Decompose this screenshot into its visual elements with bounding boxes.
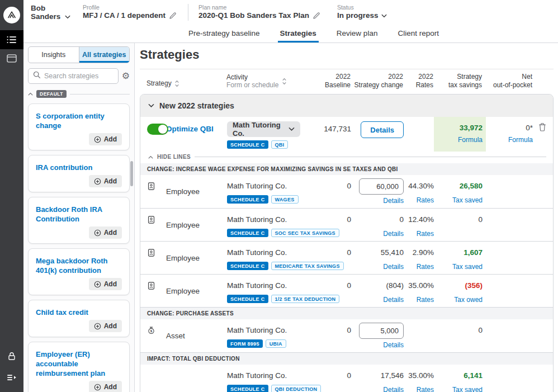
strategy-card-title[interactable]: Mega backdoor Roth 401(k) contribution xyxy=(36,256,122,275)
strategy-link[interactable]: Optimize QBI xyxy=(166,121,227,149)
schedule-badge: SCHEDULE C xyxy=(227,140,268,149)
employee-badge-icon xyxy=(147,182,155,191)
nav-strategies-list-icon[interactable] xyxy=(0,30,23,49)
tab-client-report[interactable]: Client report xyxy=(398,24,439,42)
group-header[interactable]: New 2022 strategies xyxy=(140,95,553,117)
chevron-down-icon xyxy=(289,127,295,131)
profile-value: MFJ / CA / 1 dependent xyxy=(83,11,165,20)
add-strategy-button[interactable]: Add xyxy=(89,278,122,290)
details-link[interactable]: Details xyxy=(351,341,404,350)
rates-link[interactable]: Rates xyxy=(404,229,434,238)
strategies-main: Strategies Strategy Activity Form or sch… xyxy=(135,43,558,392)
add-strategy-button[interactable]: Add xyxy=(89,226,122,239)
tax-savings-value: 6,141 xyxy=(434,368,483,384)
column-strategy: Strategy xyxy=(146,79,172,87)
sidebar-scrollbar[interactable] xyxy=(130,161,133,186)
activity-label xyxy=(166,368,227,392)
app-logo-icon[interactable] xyxy=(3,7,20,23)
tax-result-link[interactable]: Tax saved xyxy=(434,262,483,271)
svg-text:$: $ xyxy=(150,329,153,333)
strategy-line-rows: CHANGE: INCREASE WAGE EXPENSE FOR MAXIMI… xyxy=(140,163,553,392)
activity-label: Employee xyxy=(166,212,227,238)
formula-link[interactable]: Formula xyxy=(434,135,483,144)
baseline-value: 0 xyxy=(311,245,351,271)
status-selector[interactable]: Status In progress xyxy=(337,4,387,20)
strategy-change-value: 17,546 xyxy=(351,368,404,384)
details-link[interactable]: Details xyxy=(351,229,404,238)
profile-label: Profile xyxy=(83,4,177,11)
strategy-line-row: EmployeeMath Tutoring Co.SCHEDULE CMEDIC… xyxy=(140,242,553,275)
strategy-card-title[interactable]: Child tax credit xyxy=(36,308,122,317)
tax-savings-value: 33,972 xyxy=(434,122,483,134)
client-first-name: Bob xyxy=(31,4,70,12)
asset-money-bag-icon: $ xyxy=(147,326,155,335)
rates-link[interactable]: Rates xyxy=(404,262,434,271)
strategy-card-title[interactable]: IRA contribution xyxy=(36,163,122,172)
strategy-card-title[interactable]: Backdoor Roth IRA Contribution xyxy=(36,205,122,224)
rates-link[interactable]: Rates xyxy=(404,385,434,392)
sort-icon[interactable] xyxy=(174,80,179,87)
tax-savings-value: 0 xyxy=(434,323,483,338)
add-strategy-button[interactable]: Add xyxy=(89,320,122,332)
add-strategy-button[interactable]: Add xyxy=(89,381,122,392)
tab-strategies[interactable]: Strategies xyxy=(280,24,316,42)
collapse-menu-icon[interactable] xyxy=(0,369,23,386)
header-divider xyxy=(188,4,188,21)
collapse-chevron-icon[interactable] xyxy=(28,92,33,96)
formula-link[interactable]: Formula xyxy=(483,135,533,144)
gear-icon[interactable]: ⚙ xyxy=(122,72,130,81)
details-link[interactable]: Details xyxy=(351,295,404,304)
tax-savings-cell: 33,972 Formula xyxy=(434,117,486,152)
edit-plan-name-icon[interactable] xyxy=(313,12,320,20)
tab-pre-strategy-baseline[interactable]: Pre-strategy baseline xyxy=(188,24,260,42)
strategy-change-value: (804) xyxy=(351,278,404,294)
rate-value: 44.30% xyxy=(404,178,434,194)
strategy-line-row: EmployeeMath Tutoring Co.SCHEDULE CWAGES… xyxy=(140,175,553,209)
strategy-change-value: 0 xyxy=(351,212,404,228)
column-net-out-of-pocket: Netout-of-pocket xyxy=(482,73,532,89)
tax-result-link[interactable]: Tax owed xyxy=(434,295,483,304)
search-input[interactable] xyxy=(44,72,114,80)
strategy-card: IRA contribution Add xyxy=(28,155,130,192)
strategy-card-list: S corporation entity change Add IRA cont… xyxy=(28,103,130,392)
company-name: Math Tutoring Co. xyxy=(227,323,311,338)
rates-link[interactable]: Rates xyxy=(404,295,434,304)
sort-icon[interactable] xyxy=(282,78,287,85)
details-link[interactable]: Details xyxy=(351,262,404,271)
nav-panel-icon[interactable] xyxy=(0,49,23,67)
net-out-of-pocket-value: 0* xyxy=(483,122,533,134)
details-button[interactable]: Details xyxy=(361,121,404,138)
edit-profile-icon[interactable] xyxy=(169,12,177,20)
add-strategy-button[interactable]: Add xyxy=(89,175,122,187)
category-badge: UBIA xyxy=(266,339,286,348)
column-activity: Activity xyxy=(226,73,278,81)
delete-strategy-icon[interactable] xyxy=(533,121,546,149)
client-selector[interactable]: Bob Sanders xyxy=(31,4,70,21)
tab-all-strategies[interactable]: All strategies xyxy=(79,47,130,63)
change-section-header: IMPACT: TOTAL QBI DEDUCTION xyxy=(140,353,553,365)
tax-result-link[interactable]: Tax saved xyxy=(434,196,483,205)
strategy-change-input[interactable] xyxy=(359,178,404,195)
strategy-card-title[interactable]: S corporation entity change xyxy=(36,111,122,130)
tax-savings-value: (356) xyxy=(434,278,483,294)
tab-review-plan[interactable]: Review plan xyxy=(337,24,378,42)
strategy-toggle[interactable] xyxy=(147,124,168,135)
baseline-value: 0 xyxy=(311,323,351,350)
strategy-card-title[interactable]: Employeer (ER) accountable reimbursement… xyxy=(36,350,122,378)
strategy-change-input[interactable] xyxy=(359,323,404,339)
employee-badge-icon xyxy=(147,215,155,224)
company-name: Math Tutoring Co. xyxy=(227,278,311,294)
activity-label: Employee xyxy=(166,178,227,205)
hide-lines-toggle[interactable]: HIDE LINES xyxy=(157,154,191,160)
rate-value: 35.00% xyxy=(404,368,434,384)
details-link[interactable]: Details xyxy=(351,196,404,205)
lock-icon[interactable] xyxy=(0,347,23,365)
add-strategy-button[interactable]: Add xyxy=(89,133,122,145)
tab-insights[interactable]: Insights xyxy=(29,47,79,63)
tax-result-link[interactable]: Tax saved xyxy=(434,385,483,392)
category-badge: WAGES xyxy=(271,195,299,204)
details-link[interactable]: Details xyxy=(351,385,404,392)
company-dropdown[interactable]: Math Tutoring Co. xyxy=(227,121,300,137)
rates-link[interactable]: Rates xyxy=(404,196,434,205)
default-section-badge: DEFAULT xyxy=(36,90,67,98)
